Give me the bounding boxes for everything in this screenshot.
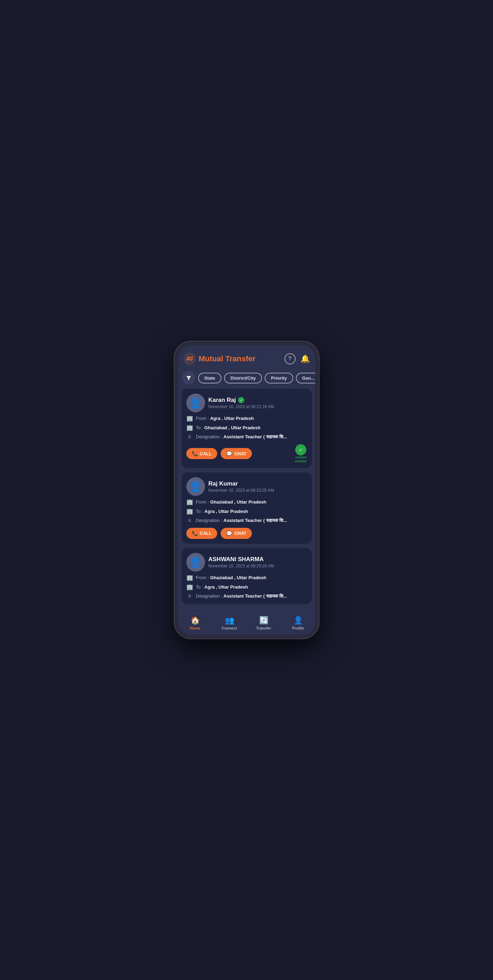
funnel-icon	[186, 375, 192, 381]
building-to-icon-1: 🏢	[186, 425, 193, 431]
from-text-3: From : Ghaziabad , Uttar Pradesh	[196, 575, 266, 580]
nav-profile[interactable]: 👤 Profile	[281, 616, 315, 630]
card-designation-1: ≡ Designation : Assistant Teacher ( सहाय…	[186, 434, 307, 440]
phone-device: Mutual Transfer ? 🔔 State District/City …	[174, 341, 320, 639]
call-label-2: CALL	[200, 531, 212, 536]
call-icon-1: 📞	[192, 451, 198, 457]
card-date-1: November 10, 2023 at 08:21:18 AM	[208, 404, 274, 409]
designation-icon-2: ≡	[186, 517, 193, 523]
designation-icon-1: ≡	[186, 434, 193, 440]
card-header-3: 👤 ASHWANI SHARMA November 10, 2023 at 08…	[186, 553, 307, 571]
to-text-1: To : Ghaziabad , Uttar Pradesh	[196, 425, 261, 430]
card-name-3: ASHWANI SHARMA	[208, 556, 264, 563]
transfer-card-3: 👤 ASHWANI SHARMA November 10, 2023 at 08…	[181, 548, 312, 604]
chat-button-1[interactable]: 💬 CHAT	[221, 448, 252, 459]
card-to-3: 🏢 To : Agra , Uttar Pradesh	[186, 584, 307, 590]
designation-text-3: Designation : Assistant Teacher ( सहायक …	[196, 593, 287, 599]
filter-state[interactable]: State	[198, 373, 222, 383]
home-label: Home	[190, 626, 200, 630]
verified-dot-1: ✓	[238, 397, 244, 403]
card-to-1: 🏢 To : Ghaziabad , Uttar Pradesh	[186, 425, 307, 431]
person-icon-3: 👤	[189, 556, 202, 568]
verified-check-icon-1: ✓	[295, 444, 306, 455]
person-icon-1: 👤	[189, 397, 202, 409]
filter-priority[interactable]: Priority	[265, 373, 293, 383]
chat-button-2[interactable]: 💬 CHAT	[221, 528, 252, 539]
transfer-label: Transfer	[256, 626, 271, 630]
designation-icon-3: ≡	[186, 593, 193, 599]
chat-label-1: CHAT	[234, 451, 247, 457]
verified-inner-1: ✓ verifiedmember	[294, 444, 307, 463]
transfer-card-2: 👤 Raj Kumar November 10, 2023 at 08:23:0…	[181, 472, 312, 544]
verified-member-text-1: verifiedmember	[294, 456, 307, 463]
designation-text-2: Designation : Assistant Teacher ( सहायक …	[196, 518, 287, 523]
filter-button[interactable]	[182, 371, 195, 385]
card-namerow-3: ASHWANI SHARMA	[208, 556, 274, 563]
card-nameblock-3: ASHWANI SHARMA November 10, 2023 at 08:2…	[208, 556, 274, 568]
avatar-2: 👤	[186, 477, 205, 496]
connect-label: Connect	[222, 626, 237, 630]
chat-icon-2: 💬	[226, 531, 232, 536]
call-button-2[interactable]: 📞 CALL	[186, 528, 218, 539]
card-date-2: November 10, 2023 at 08:23:05 AM	[208, 488, 274, 493]
card-header-1: 👤 Karan Raj ✓ November 10, 2023 at 08:21…	[186, 393, 307, 412]
building-from-icon-3: 🏢	[186, 574, 193, 581]
building-from-icon-2: 🏢	[186, 499, 193, 505]
call-button-1[interactable]: 📞 CALL	[186, 448, 218, 459]
card-from-3: 🏢 From : Ghaziabad , Uttar Pradesh	[186, 574, 307, 581]
nav-connect[interactable]: 👥 Connect	[212, 616, 247, 630]
person-icon-2: 👤	[189, 480, 202, 492]
call-icon-2: 📞	[192, 531, 198, 536]
app-logo	[183, 353, 196, 365]
card-name-2: Raj Kumar	[208, 480, 238, 487]
header-left: Mutual Transfer	[183, 353, 256, 365]
verified-member-badge-1: ✓ verifiedmember	[294, 444, 307, 463]
profile-label: Profile	[292, 626, 304, 630]
from-text-1: From : Agra , Uttar Pradesh	[196, 416, 254, 421]
card-namerow-1: Karan Raj ✓	[208, 397, 274, 404]
card-designation-3: ≡ Designation : Assistant Teacher ( सहाय…	[186, 593, 307, 599]
filter-district[interactable]: District/City	[224, 373, 262, 383]
card-actions-2: 📞 CALL 💬 CHAT	[186, 528, 307, 539]
card-from-1: 🏢 From : Agra , Uttar Pradesh	[186, 415, 307, 422]
card-to-2: 🏢 To : Agra , Uttar Pradesh	[186, 508, 307, 515]
card-nameblock-1: Karan Raj ✓ November 10, 2023 at 08:21:1…	[208, 397, 274, 409]
chat-label-2: CHAT	[234, 531, 247, 536]
from-text-2: From : Ghaziabad , Uttar Pradesh	[196, 500, 266, 504]
app-title: Mutual Transfer	[199, 354, 256, 363]
card-nameblock-2: Raj Kumar November 10, 2023 at 08:23:05 …	[208, 480, 274, 493]
help-icon: ?	[288, 356, 291, 362]
filter-gender[interactable]: Gen...	[296, 373, 315, 383]
building-from-icon-1: 🏢	[186, 415, 193, 422]
card-designation-2: ≡ Designation : Assistant Teacher ( सहाय…	[186, 517, 307, 523]
card-date-3: November 10, 2023 at 08:29:29 AM	[208, 563, 274, 568]
transfer-icon: 🔄	[259, 616, 269, 625]
home-icon: 🏠	[191, 616, 200, 625]
action-buttons-1: 📞 CALL 💬 CHAT	[186, 448, 252, 459]
transfer-card-1: 👤 Karan Raj ✓ November 10, 2023 at 08:21…	[181, 389, 312, 468]
action-buttons-2: 📞 CALL 💬 CHAT	[186, 528, 252, 539]
bottom-navigation: 🏠 Home 👥 Connect 🔄 Transfer 👤 Profile	[178, 613, 315, 635]
card-actions-1: 📞 CALL 💬 CHAT ✓ verifiedmember	[186, 444, 307, 463]
connect-icon: 👥	[225, 616, 234, 625]
nav-transfer[interactable]: 🔄 Transfer	[247, 616, 281, 630]
chat-icon-1: 💬	[226, 451, 232, 457]
nav-home[interactable]: 🏠 Home	[178, 616, 212, 630]
header-right: ? 🔔	[285, 353, 310, 364]
building-to-icon-2: 🏢	[186, 508, 193, 515]
call-label-1: CALL	[200, 451, 212, 457]
card-list: 👤 Karan Raj ✓ November 10, 2023 at 08:21…	[178, 389, 315, 613]
card-name-1: Karan Raj	[208, 397, 236, 404]
card-header-2: 👤 Raj Kumar November 10, 2023 at 08:23:0…	[186, 477, 307, 496]
to-text-2: To : Agra , Uttar Pradesh	[196, 509, 248, 514]
designation-text-1: Designation : Assistant Teacher ( सहायक …	[196, 434, 287, 440]
notification-icon[interactable]: 🔔	[301, 354, 310, 363]
avatar-1: 👤	[186, 393, 205, 412]
filter-bar: State District/City Priority Gen...	[178, 369, 315, 389]
card-namerow-2: Raj Kumar	[208, 480, 274, 487]
help-button[interactable]: ?	[285, 353, 296, 364]
to-text-3: To : Agra , Uttar Pradesh	[196, 584, 248, 590]
avatar-3: 👤	[186, 553, 205, 571]
profile-icon: 👤	[294, 616, 303, 625]
svg-point-0	[183, 353, 196, 365]
